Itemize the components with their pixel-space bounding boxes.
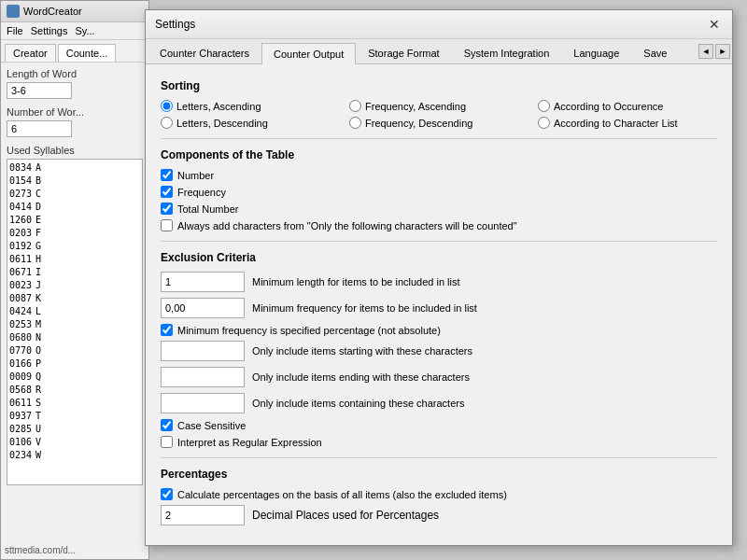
bg-length-label: Length of Word xyxy=(7,68,143,79)
list-item: 0154B xyxy=(9,175,140,188)
list-item: 0023J xyxy=(9,279,140,292)
list-item: 0414D xyxy=(9,201,140,214)
exclusion-min-length-label: Minimum length for items to be included … xyxy=(252,276,460,287)
exclusion-min-length-input[interactable] xyxy=(161,272,245,292)
list-item: 0937T xyxy=(9,410,140,423)
radio-letters-asc-label: Letters, Ascending xyxy=(176,101,261,112)
bg-syllables-label: Used Syllables xyxy=(7,145,143,156)
bg-syllables-list: 0834A0154B0273C0414D1260E0203F0192G0611H… xyxy=(7,159,143,485)
exclusion-containing-label: Only include items containing these char… xyxy=(252,398,464,409)
exclusion-min-freq-input[interactable] xyxy=(161,298,245,318)
radio-letters-desc[interactable]: Letters, Descending xyxy=(161,117,340,129)
dialog-close-button[interactable]: ✕ xyxy=(706,16,723,33)
components-title: Components of the Table xyxy=(161,148,717,161)
bg-app-title: WordCreator xyxy=(23,6,82,17)
dialog-title: Settings xyxy=(155,18,195,31)
chk-always-add[interactable]: Always add characters from "Only the fol… xyxy=(161,219,717,231)
percentages-title: Percentages xyxy=(161,468,717,481)
dialog-content: Sorting Letters, Ascending Frequency, As… xyxy=(146,64,732,534)
decimal-places-label: Decimal Places used for Percentages xyxy=(252,509,439,522)
list-item: 0611S xyxy=(9,397,140,410)
list-item: 0087K xyxy=(9,292,140,305)
exclusion-min-freq-row: Minimum frequency for items to be includ… xyxy=(161,298,717,318)
radio-occurrence-label: According to Occurence xyxy=(554,101,663,112)
list-item: 0192G xyxy=(9,240,140,253)
decimal-places-row: Decimal Places used for Percentages xyxy=(161,505,717,525)
exclusion-ending-row: Only include items ending with these cha… xyxy=(161,367,717,387)
tab-save[interactable]: Save xyxy=(631,42,679,63)
bg-number-label: Number of Wor... xyxy=(7,106,143,118)
list-item: 0285U xyxy=(9,423,140,436)
bg-footer: sttmedia.com/d... xyxy=(5,545,76,555)
list-item: 0009Q xyxy=(9,371,140,384)
radio-frequency-desc-label: Frequency, Descending xyxy=(365,118,472,129)
radio-frequency-desc[interactable]: Frequency, Descending xyxy=(349,117,529,129)
exclusion-starting-row: Only include items starting with these c… xyxy=(161,341,717,361)
chk-total-number-label: Total Number xyxy=(177,203,238,215)
tab-counter-characters[interactable]: Counter Characters xyxy=(148,42,261,63)
bg-menu-settings[interactable]: Settings xyxy=(31,25,68,36)
chk-number[interactable]: Number xyxy=(161,169,717,181)
radio-character-list-label: According to Character List xyxy=(554,118,678,129)
chk-frequency[interactable]: Frequency xyxy=(161,186,717,198)
list-item: 0273C xyxy=(9,188,140,201)
bg-tab-counter[interactable]: Counte... xyxy=(58,44,117,62)
chk-number-label: Number xyxy=(177,170,214,181)
sorting-options: Letters, Ascending Frequency, Ascending … xyxy=(161,100,717,129)
tab-counter-output[interactable]: Counter Output xyxy=(261,43,356,64)
chk-frequency-label: Frequency xyxy=(177,187,226,198)
chk-regex[interactable]: Interpret as Regular Expression xyxy=(161,436,717,448)
chk-total-number[interactable]: Total Number xyxy=(161,203,717,215)
tab-language[interactable]: Language xyxy=(561,42,631,63)
exclusion-containing-input[interactable] xyxy=(161,393,245,413)
exclusion-ending-input[interactable] xyxy=(161,367,245,387)
radio-character-list[interactable]: According to Character List xyxy=(538,117,717,129)
list-item: 0671I xyxy=(9,266,140,279)
radio-occurrence[interactable]: According to Occurence xyxy=(538,100,717,112)
bg-tab-creator[interactable]: Creator xyxy=(5,44,56,62)
chk-calculate-pct-label: Calculate percentages on the basis of al… xyxy=(177,489,507,500)
radio-frequency-asc[interactable]: Frequency, Ascending xyxy=(349,100,529,112)
list-item: 0253M xyxy=(9,318,140,331)
bg-menu-file[interactable]: File xyxy=(7,25,23,36)
tab-nav: ◄ ► xyxy=(698,44,730,59)
tab-storage-format[interactable]: Storage Format xyxy=(356,42,451,63)
sorting-title: Sorting xyxy=(161,79,717,92)
exclusion-starting-label: Only include items starting with these c… xyxy=(252,345,472,357)
list-item: 1260E xyxy=(9,214,140,227)
exclusion-ending-label: Only include items ending with these cha… xyxy=(252,371,470,383)
bg-tabs: Creator Counte... xyxy=(1,40,148,63)
radio-frequency-asc-label: Frequency, Ascending xyxy=(365,101,466,112)
exclusion-title: Exclusion Criteria xyxy=(161,251,717,264)
list-item: 0234W xyxy=(9,449,140,462)
bg-titlebar: WordCreator xyxy=(1,1,148,22)
percentages-section: Percentages Calculate percentages on the… xyxy=(161,468,717,525)
chk-case-sensitive-label: Case Sensitive xyxy=(177,420,246,431)
list-item: 0770O xyxy=(9,344,140,357)
bg-sidebar: Length of Word Number of Wor... Used Syl… xyxy=(1,63,148,491)
bg-menubar: File Settings Sy... xyxy=(1,22,148,40)
settings-dialog: Settings ✕ Counter Characters Counter Ou… xyxy=(145,9,733,546)
tab-nav-prev[interactable]: ◄ xyxy=(698,44,713,59)
chk-always-add-label: Always add characters from "Only the fol… xyxy=(177,220,517,231)
list-item: 0680N xyxy=(9,331,140,344)
chk-case-sensitive[interactable]: Case Sensitive xyxy=(161,419,717,431)
dialog-titlebar: Settings ✕ xyxy=(146,10,732,39)
list-item: 0834A xyxy=(9,161,140,175)
bg-menu-sy[interactable]: Sy... xyxy=(75,25,94,36)
tab-nav-next[interactable]: ► xyxy=(715,44,730,59)
list-item: 0568R xyxy=(9,384,140,397)
decimal-places-input[interactable] xyxy=(161,505,245,525)
chk-min-freq-pct[interactable]: Minimum frequency is specified percentag… xyxy=(161,324,717,336)
bg-number-input[interactable] xyxy=(7,120,72,137)
dialog-tab-bar: Counter Characters Counter Output Storag… xyxy=(146,39,732,64)
list-item: 0203F xyxy=(9,227,140,240)
bg-length-input[interactable] xyxy=(7,82,72,99)
radio-letters-asc[interactable]: Letters, Ascending xyxy=(161,100,340,112)
list-item: 0106V xyxy=(9,436,140,449)
chk-min-freq-pct-label: Minimum frequency is specified percentag… xyxy=(177,325,441,336)
exclusion-starting-input[interactable] xyxy=(161,341,245,361)
tab-system-integration[interactable]: System Integration xyxy=(452,42,562,63)
chk-calculate-pct[interactable]: Calculate percentages on the basis of al… xyxy=(161,488,717,500)
exclusion-min-freq-label: Minimum frequency for items to be includ… xyxy=(252,302,477,314)
